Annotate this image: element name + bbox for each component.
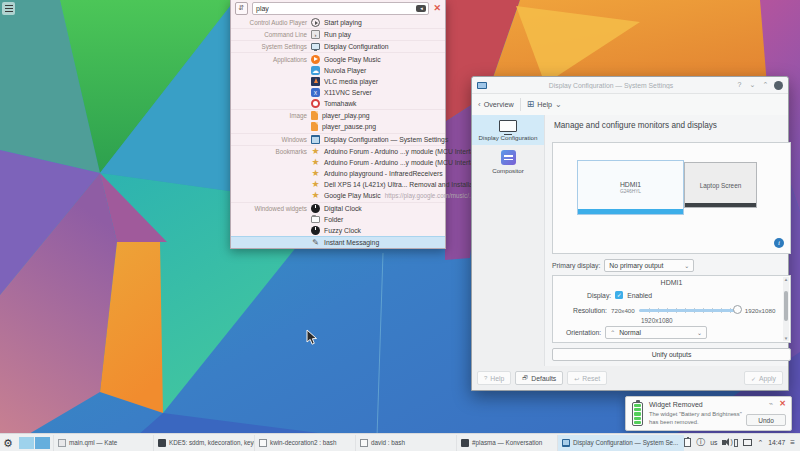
result-label: Run play	[324, 31, 351, 38]
monitor-bar	[685, 203, 756, 207]
result-label: Arduino Forum - Arduino ...y module (MCU…	[324, 159, 483, 166]
app-launcher-button[interactable]: ⚙	[0, 435, 16, 451]
orientation-dropdown[interactable]: ⌃ Normal ⌄	[605, 326, 707, 339]
result-label: Start playing	[324, 19, 362, 26]
pager-desktop-1[interactable]	[19, 437, 34, 449]
info-tray-icon[interactable]: ⓘ	[696, 438, 705, 447]
sidebar-item-display-configuration[interactable]: Display Configuration	[472, 115, 544, 145]
result-row[interactable]: Fuzzy Clock	[231, 225, 445, 236]
scroll-down-icon[interactable]: ▼	[783, 336, 789, 341]
task-konversation-channel[interactable]: KDE5: sddm, kdecoration, keygu...	[153, 435, 254, 451]
nuvola-player-icon: ☁	[311, 66, 320, 75]
result-row[interactable]: ApplicationsGoogle Play Music	[231, 52, 445, 64]
result-row[interactable]: ★Dell XPS 14 (L421x) Ultra... Removal an…	[231, 179, 445, 190]
result-row[interactable]: Windowed widgetsDigital Clock	[231, 202, 445, 214]
orientation-value: Normal	[619, 329, 641, 336]
desktop-toolbox-button[interactable]	[2, 2, 15, 15]
reset-button[interactable]: ↩ Reset	[567, 371, 607, 385]
search-query-text: play	[256, 5, 269, 12]
notification-close-icon[interactable]: ✕	[779, 400, 786, 408]
scroll-up-icon[interactable]: ▲	[783, 277, 789, 282]
panel-scrollbar[interactable]: ▲ ▼	[783, 277, 789, 341]
monitor-hdmi1[interactable]: HDMI1 G246HYL	[577, 160, 684, 215]
task-kate[interactable]: main.qml — Kate	[53, 435, 153, 451]
slider-track	[639, 309, 741, 312]
result-label: Display Configuration — System Settings	[324, 136, 448, 143]
result-row[interactable]: System SettingsDisplay Configuration	[231, 40, 445, 52]
overview-label: Overview	[484, 100, 514, 109]
maximize-button[interactable]: ⌃	[761, 80, 770, 90]
display-tray-icon[interactable]	[743, 439, 752, 446]
kate-icon	[58, 439, 66, 447]
task-bash-1[interactable]: kwin-decoration2 : bash	[254, 435, 355, 451]
help-button[interactable]: ? Help	[477, 371, 511, 385]
result-row[interactable]: Folder	[231, 214, 445, 225]
krunner-options-button[interactable]: ⇵	[235, 2, 248, 15]
scrollbar-thumb[interactable]	[784, 291, 788, 321]
titlebar-help-button[interactable]: ?	[735, 80, 744, 90]
result-label: Folder	[324, 216, 343, 223]
result-row[interactable]: ★Google Play Musichttps://play.google.co…	[231, 190, 445, 201]
clipboard-icon[interactable]	[684, 438, 691, 447]
result-row[interactable]: VLC media player	[231, 76, 445, 87]
unify-outputs-button[interactable]: Unify outputs	[552, 348, 791, 361]
window-app-icon	[477, 82, 487, 89]
reset-icon: ↩	[574, 375, 579, 382]
reset-button-label: Reset	[582, 375, 600, 382]
orientation-label: Orientation:	[566, 329, 601, 336]
close-button[interactable]	[774, 81, 783, 90]
defaults-button[interactable]: 🗗 Defaults	[515, 371, 563, 385]
keyboard-layout-indicator[interactable]: us	[710, 439, 717, 446]
virtual-desktop-pager[interactable]	[19, 437, 50, 449]
volume-icon[interactable]	[722, 440, 726, 445]
result-label: Digital Clock	[324, 205, 362, 212]
sidebar-item-compositor[interactable]: Compositor	[472, 145, 544, 178]
result-row[interactable]: Bookmarks★Arduino Forum - Arduino ...y m…	[231, 145, 445, 157]
info-icon[interactable]: i	[774, 238, 784, 248]
notification-settings-icon[interactable]: ⌁	[769, 400, 773, 407]
result-row[interactable]: Imageplayer_play.png	[231, 109, 445, 121]
task-label: kwin-decoration2 : bash	[270, 439, 337, 446]
result-row[interactable]: ☁Nuvola Player	[231, 65, 445, 76]
primary-display-dropdown[interactable]: No primary output ⌄	[604, 259, 694, 272]
monitor-laptop-screen[interactable]: Laptop Screen	[684, 162, 757, 208]
result-row[interactable]: XX11VNC Server	[231, 87, 445, 98]
result-row[interactable]: Command Line›Run play	[231, 28, 445, 40]
result-label: Nuvola Player	[324, 67, 366, 74]
resolution-label: Resolution:	[573, 307, 607, 314]
clear-input-icon[interactable]: ◂	[416, 5, 426, 12]
task-label: main.qml — Kate	[69, 439, 117, 446]
clock[interactable]: 14:47	[768, 439, 785, 446]
pager-desktop-2[interactable]	[35, 437, 50, 449]
undo-button[interactable]: Undo	[746, 414, 786, 426]
panel-menu-icon[interactable]: ≡	[790, 438, 795, 447]
window-titlebar[interactable]: Display Configuration — System Settings …	[472, 77, 788, 94]
krunner-search-input[interactable]: play ◂	[252, 2, 429, 15]
task-display-configuration[interactable]: Display Configuration — System Se...	[557, 435, 684, 451]
krunner-close-button[interactable]: ✕	[433, 4, 441, 13]
result-row-selected[interactable]: ✎Instant Messaging	[231, 236, 445, 248]
resolution-slider[interactable]	[639, 305, 741, 315]
image-file-icon	[311, 111, 318, 120]
task-label: Display Configuration — System Se...	[573, 439, 678, 446]
result-row[interactable]: ★Arduino Forum - Arduino ...y module (MC…	[231, 157, 445, 168]
battery-icon	[632, 402, 643, 426]
result-label: player_play.png	[322, 112, 370, 119]
minimize-button[interactable]: ⌄	[748, 80, 757, 90]
overview-button[interactable]: ‹ Overview	[478, 100, 514, 109]
slider-thumb[interactable]	[733, 305, 742, 314]
result-row[interactable]: Tomahawk	[231, 98, 445, 109]
result-label: VLC media player	[324, 78, 378, 85]
result-row[interactable]: Control Audio PlayerStart playing	[231, 17, 445, 28]
result-row[interactable]: ★Arduino playground - InfraredReceivers	[231, 168, 445, 179]
apply-button[interactable]: ✓ Apply	[744, 371, 783, 385]
result-row[interactable]: WindowsDisplay Configuration — System Se…	[231, 133, 445, 145]
battery-tray-icon[interactable]	[734, 439, 738, 447]
result-row[interactable]: player_pause.png	[231, 121, 445, 132]
enabled-checkbox[interactable]: ✓	[615, 291, 623, 299]
help-menu-button[interactable]: ⊞ Help ⌄	[527, 100, 562, 109]
task-konversation[interactable]: #plasma — Konversation	[456, 435, 557, 451]
result-label: Tomahawk	[324, 100, 357, 107]
tray-expander-icon[interactable]: ⌃	[757, 439, 763, 447]
task-bash-2[interactable]: david : bash	[355, 435, 456, 451]
